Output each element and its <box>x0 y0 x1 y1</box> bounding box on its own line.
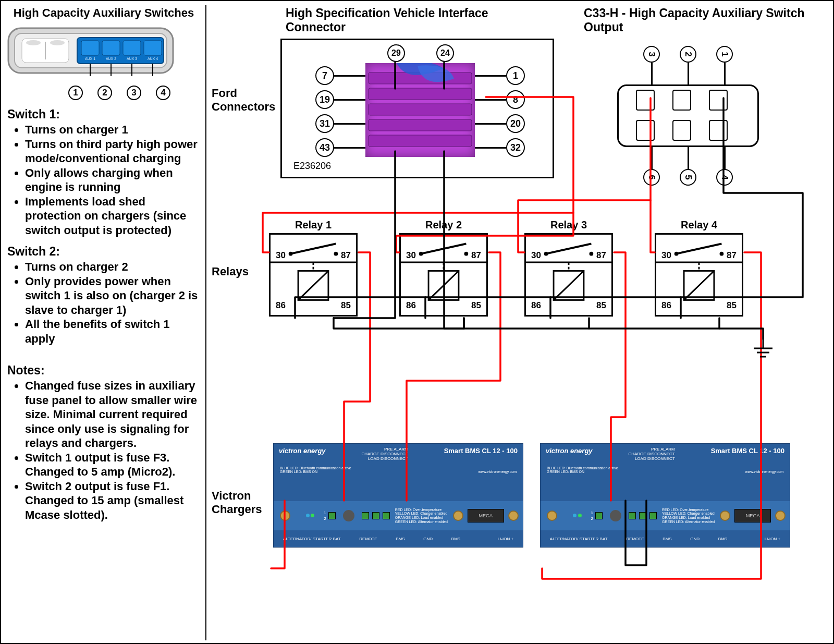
svg-text:AUX 2: AUX 2 <box>106 57 116 60</box>
svg-point-26 <box>289 252 293 256</box>
svg-rect-21 <box>369 104 472 115</box>
svg-rect-23 <box>369 135 472 147</box>
svg-point-5 <box>50 40 65 45</box>
c33-pin-5: 5 <box>680 169 696 186</box>
sw1-item: Only allows charging when engine is runn… <box>25 166 200 195</box>
note-item: Changed fuse sizes in auxiliary fuse pan… <box>25 379 200 451</box>
relay-4: Relay 4 30 87 86 85 <box>655 219 743 317</box>
relay-3: Relay 3 30 87 86 85 <box>524 219 613 317</box>
sw2-item: Only provides power when switch 1 is als… <box>25 274 200 318</box>
c33-pin-1: 1 <box>716 46 733 63</box>
wiring-diagram: Ford Connectors Relays Victron Chargers … <box>208 5 829 640</box>
svg-point-27 <box>334 252 338 256</box>
svg-rect-20 <box>369 88 472 100</box>
c33-pin-6: 6 <box>643 169 660 186</box>
interface-title: High Specification Vehicle Interface Con… <box>286 6 510 34</box>
switch1-heading: Switch 1: <box>7 107 200 121</box>
c33h-connector: 3 2 1 6 5 4 <box>610 37 766 188</box>
conn-pin-29: 29 <box>387 44 405 62</box>
svg-line-46 <box>677 244 722 253</box>
sw1-item: Turns on charger 1 <box>25 123 200 137</box>
svg-line-36 <box>428 271 459 300</box>
svg-rect-9 <box>123 41 141 55</box>
svg-line-39 <box>546 244 592 253</box>
conn-pin-7: 7 <box>315 66 334 85</box>
switch-pin-3: 3 <box>127 86 141 100</box>
sw1-item: Turns on third party high power mode/con… <box>25 137 200 166</box>
conn-pin-20: 20 <box>506 114 525 133</box>
svg-point-40 <box>544 252 548 256</box>
svg-point-4 <box>26 40 41 45</box>
svg-point-34 <box>464 252 469 256</box>
row-label-ford: Ford Connectors <box>212 87 274 114</box>
left-sidebar: High Capacity Auxiliary Switches AUX 1 A… <box>7 6 200 522</box>
svg-rect-7 <box>81 41 99 55</box>
svg-text:AUX 1: AUX 1 <box>85 57 95 60</box>
svg-point-33 <box>419 252 423 256</box>
svg-point-41 <box>590 252 594 256</box>
sw1-item: Implements load shed protection on charg… <box>25 195 200 238</box>
sw2-item: All the benefits of switch 1 apply <box>25 317 200 346</box>
switch-panel-image: AUX 1 AUX 2 AUX 3 AUX 4 <box>7 24 174 81</box>
conn-pin-19: 19 <box>315 90 334 109</box>
interface-connector: 7 19 31 43 1 8 20 32 29 24 E236206 <box>280 39 554 178</box>
notes-list: Changed fuse sizes in auxiliary fuse pan… <box>7 379 200 522</box>
sw2-item: Turns on charger 2 <box>25 260 200 274</box>
svg-point-47 <box>674 252 679 256</box>
relay-1: Relay 1 30 87 86 85 <box>269 219 358 317</box>
svg-rect-8 <box>102 41 120 55</box>
row-label-victron: Victron Chargers <box>212 489 269 516</box>
svg-line-43 <box>554 271 584 300</box>
svg-rect-10 <box>144 41 162 55</box>
c33-pin-3: 3 <box>643 46 660 63</box>
c33-pin-2: 2 <box>680 46 696 63</box>
svg-line-29 <box>298 271 328 300</box>
conn-pin-32: 32 <box>506 138 525 157</box>
switch-pin-2: 2 <box>97 86 112 100</box>
c33-pin-4: 4 <box>716 169 733 186</box>
svg-line-25 <box>291 244 336 253</box>
conn-pin-31: 31 <box>315 114 334 133</box>
relay-2: Relay 2 30 87 86 85 <box>399 219 488 317</box>
switch-pin-4: 4 <box>156 86 170 100</box>
switch1-list: Turns on charger 1 Turns on third party … <box>7 123 200 237</box>
switch-pin-1: 1 <box>68 86 83 100</box>
connector-rows-icon <box>365 63 475 157</box>
switch-pin-row: 1 2 3 4 <box>39 86 200 100</box>
note-item: Switch 2 output is fuse F1. Changed to 1… <box>25 479 200 523</box>
notes-heading: Notes: <box>7 363 200 378</box>
conn-pin-24: 24 <box>436 44 454 62</box>
switches-title: High Capacity Auxiliary Switches <box>7 6 200 20</box>
switch2-list: Turns on charger 2 Only provides power w… <box>7 260 200 346</box>
conn-pin-8: 8 <box>506 90 525 109</box>
conn-pin-43: 43 <box>315 138 334 157</box>
svg-rect-22 <box>369 119 472 131</box>
svg-line-32 <box>421 244 467 253</box>
svg-text:AUX 4: AUX 4 <box>148 57 158 60</box>
switch2-heading: Switch 2: <box>7 245 200 259</box>
svg-point-48 <box>720 252 724 256</box>
c33h-title: C33-H - High Capacity Auxiliary Switch O… <box>584 6 824 34</box>
vertical-divider <box>205 5 206 640</box>
part-number: E236206 <box>293 161 331 172</box>
conn-pin-1: 1 <box>506 66 525 85</box>
svg-line-50 <box>684 271 714 300</box>
victron-charger-1: victron energy PRE ALARMCHARGE DISCONNEC… <box>273 443 523 548</box>
victron-charger-2: victron energy PRE ALARMCHARGE DISCONNEC… <box>540 443 790 548</box>
note-item: Switch 1 output is fuse F3. Changed to 5… <box>25 451 200 479</box>
row-label-relays: Relays <box>212 265 249 278</box>
svg-text:AUX 3: AUX 3 <box>127 57 137 60</box>
